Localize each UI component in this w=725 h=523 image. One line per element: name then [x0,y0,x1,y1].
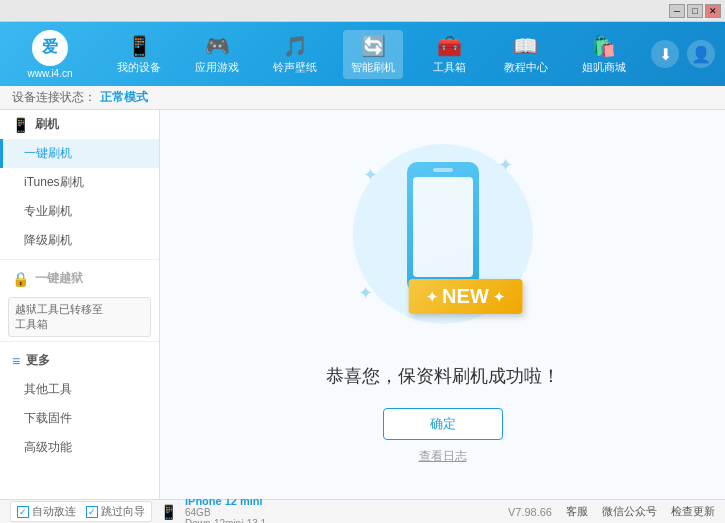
new-badge-text: NEW [442,285,489,308]
itunes-flash-label: iTunes刷机 [24,175,84,189]
tutorial-icon: 📖 [513,34,538,58]
more-section-title: 更多 [26,352,50,369]
phone-screen [413,177,473,277]
nav-ringtones[interactable]: 🎵 铃声壁纸 [265,30,325,79]
wechat-link[interactable]: 微信公众号 [602,504,657,519]
more-section-icon: ≡ [12,353,20,369]
sparkle-1: ✦ [363,164,378,186]
sidebar-divider-1 [0,259,159,260]
sidebar-item-one-click-flash[interactable]: 一键刷机 [0,139,159,168]
store-icon: 🛍️ [591,34,616,58]
flash-section-icon: 📱 [12,117,29,133]
sidebar: 📱 刷机 一键刷机 iTunes刷机 专业刷机 降级刷机 🔒 一键越狱 越狱工具… [0,110,160,499]
nav-apps-games[interactable]: 🎮 应用游戏 [187,30,247,79]
confirm-btn-label: 确定 [430,415,456,433]
toolbox-label: 工具箱 [433,60,466,75]
download-firmware-label: 下载固件 [24,411,72,425]
one-click-flash-label: 一键刷机 [24,146,72,160]
device-model: Down-12mini-13,1 [185,518,266,524]
my-device-icon: 📱 [127,34,152,58]
account-btn[interactable]: 👤 [687,40,715,68]
jailbreak-warning-text: 越狱工具已转移至 工具箱 [15,303,103,330]
version-text: V7.98.66 [508,506,552,518]
sidebar-item-download-firmware[interactable]: 下载固件 [0,404,159,433]
secondary-link[interactable]: 查看日志 [419,448,467,465]
apps-games-label: 应用游戏 [195,60,239,75]
bottom-right: V7.98.66 客服 微信公众号 检查更新 [508,504,715,519]
ringtones-label: 铃声壁纸 [273,60,317,75]
flash-section-title: 刷机 [35,116,59,133]
logo[interactable]: 爱 www.i4.cn [10,30,90,79]
nav-bar: 📱 我的设备 🎮 应用游戏 🎵 铃声壁纸 🔄 智能刷机 🧰 工具箱 📖 教程中心… [100,30,643,79]
sidebar-item-downgrade-flash[interactable]: 降级刷机 [0,226,159,255]
checkbox-auto-connect-label: 自动敌连 [32,504,76,519]
jailbreak-section-icon: 🔒 [12,271,29,287]
nav-smart-flash[interactable]: 🔄 智能刷机 [343,30,403,79]
sidebar-section-flash: 📱 刷机 [0,110,159,139]
sidebar-item-pro-flash[interactable]: 专业刷机 [0,197,159,226]
pro-flash-label: 专业刷机 [24,204,72,218]
sparkle-2: ✦ [498,154,513,176]
nav-right-buttons: ⬇ 👤 [651,40,715,68]
logo-url: www.i4.cn [27,68,72,79]
store-label: 姐叽商城 [582,60,626,75]
sidebar-section-jailbreak: 🔒 一键越狱 [0,264,159,293]
checkbox-via-wizard-box[interactable]: ✓ [86,506,98,518]
nav-my-device[interactable]: 📱 我的设备 [109,30,169,79]
new-badge: ✦ NEW ✦ [408,279,523,314]
sidebar-section-more: ≡ 更多 [0,346,159,375]
success-text: 恭喜您，保资料刷机成功啦！ [326,364,560,388]
device-icon: 📱 [160,504,177,520]
nav-toolbox[interactable]: 🧰 工具箱 [422,30,478,79]
ringtones-icon: 🎵 [283,34,308,58]
confirm-button[interactable]: 确定 [383,408,503,440]
sidebar-divider-2 [0,341,159,342]
jailbreak-warning: 越狱工具已转移至 工具箱 [8,297,151,337]
smart-flash-label: 智能刷机 [351,60,395,75]
maximize-btn[interactable]: □ [687,4,703,18]
download-btn[interactable]: ⬇ [651,40,679,68]
sidebar-item-itunes-flash[interactable]: iTunes刷机 [0,168,159,197]
title-bar: ─ □ ✕ [0,0,725,22]
checkbox-auto-connect[interactable]: ✓ 自动敌连 [17,504,76,519]
close-btn[interactable]: ✕ [705,4,721,18]
sparkle-3: ✦ [358,282,373,304]
my-device-label: 我的设备 [117,60,161,75]
customer-service-link[interactable]: 客服 [566,504,588,519]
device-capacity: 64GB [185,507,266,518]
phone-illustration: ✦ ✦ ✦ ✦ NEW ✦ [343,144,543,344]
minimize-btn[interactable]: ─ [669,4,685,18]
checkbox-via-wizard[interactable]: ✓ 跳过向导 [86,504,145,519]
check-update-link[interactable]: 检查更新 [671,504,715,519]
bottom-bar: ✓ 自动敌连 ✓ 跳过向导 📱 iPhone 12 mini 64GB Down… [0,499,725,523]
tutorial-label: 教程中心 [504,60,548,75]
phone-shape [407,162,479,292]
downgrade-flash-label: 降级刷机 [24,233,72,247]
nav-store[interactable]: 🛍️ 姐叽商城 [574,30,634,79]
checkbox-via-wizard-label: 跳过向导 [101,504,145,519]
checkbox-auto-connect-box[interactable]: ✓ [17,506,29,518]
new-badge-star-left: ✦ [426,289,438,305]
status-bar: 设备连接状态： 正常模式 [0,86,725,110]
status-label: 设备连接状态： [12,89,96,106]
status-value: 正常模式 [100,89,148,106]
sidebar-item-advanced[interactable]: 高级功能 [0,433,159,462]
jailbreak-section-title: 一键越狱 [35,270,83,287]
apps-games-icon: 🎮 [205,34,230,58]
toolbox-icon: 🧰 [437,34,462,58]
nav-tutorial[interactable]: 📖 教程中心 [496,30,556,79]
bottom-checkboxes: ✓ 自动敌连 ✓ 跳过向导 [10,501,152,522]
other-tools-label: 其他工具 [24,382,72,396]
content-area: ✦ ✦ ✦ ✦ NEW ✦ 恭喜您，保资料刷机成功啦！ 确定 查看日志 [160,110,725,499]
new-badge-star-right: ✦ [493,289,505,305]
header: 爱 www.i4.cn 📱 我的设备 🎮 应用游戏 🎵 铃声壁纸 🔄 智能刷机 … [0,22,725,86]
phone-speaker [433,168,453,172]
main-layout: 📱 刷机 一键刷机 iTunes刷机 专业刷机 降级刷机 🔒 一键越狱 越狱工具… [0,110,725,499]
logo-icon: 爱 [32,30,68,66]
sidebar-item-other-tools[interactable]: 其他工具 [0,375,159,404]
advanced-label: 高级功能 [24,440,72,454]
smart-flash-icon: 🔄 [361,34,386,58]
